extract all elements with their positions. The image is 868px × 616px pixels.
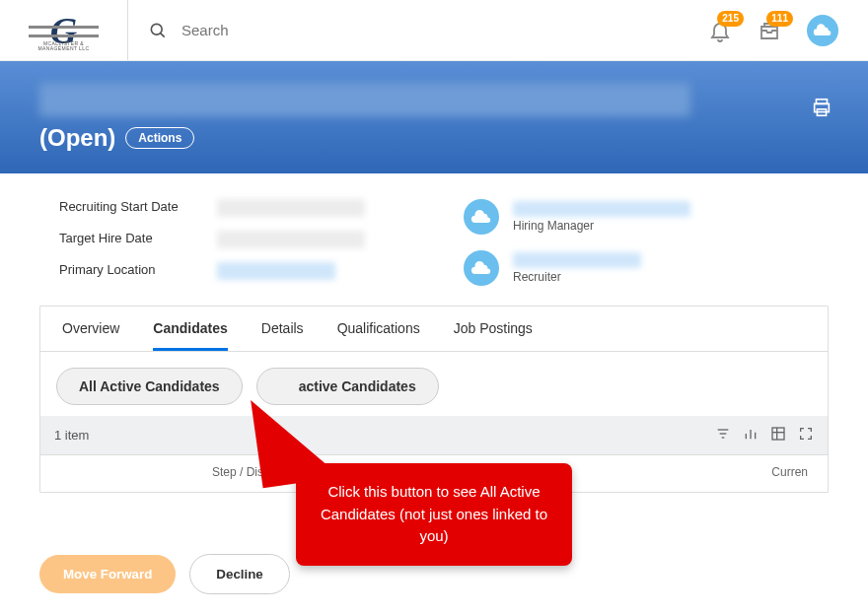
tab-qualifications[interactable]: Qualifications xyxy=(337,320,420,351)
summary-panel: Recruiting Start Date Target Hire Date P… xyxy=(0,173,868,306)
search-input[interactable] xyxy=(181,22,379,38)
person-role: Hiring Manager xyxy=(513,219,690,233)
search-icon xyxy=(148,21,168,40)
person-role: Recruiter xyxy=(513,270,641,284)
search-box[interactable] xyxy=(128,21,708,40)
actions-button[interactable]: Actions xyxy=(125,127,194,149)
filter-icon[interactable] xyxy=(715,426,731,445)
field-recruiting-start: Recruiting Start Date xyxy=(59,199,365,217)
topbar: G MCALLISTER & MANAGEMENT LLC 215 111 xyxy=(0,0,868,61)
field-value-redacted xyxy=(217,199,365,217)
filter-all-active-candidates[interactable]: All Active Candidates xyxy=(56,368,243,405)
recruiter-row: Recruiter xyxy=(464,250,690,286)
logo[interactable]: G MCALLISTER & MANAGEMENT LLC xyxy=(0,0,128,60)
topbar-right: 215 111 xyxy=(708,15,868,46)
svg-point-0 xyxy=(151,24,162,34)
move-forward-button[interactable]: Move Forward xyxy=(39,555,176,593)
notifications-badge: 215 xyxy=(717,11,744,27)
page-header: (Open) Actions xyxy=(0,61,868,173)
field-label: Primary Location xyxy=(59,262,197,277)
svg-rect-11 xyxy=(772,428,784,440)
item-count: 1 item xyxy=(54,428,89,443)
col-current: Curren xyxy=(771,465,808,482)
fullscreen-icon[interactable] xyxy=(798,426,814,445)
bottom-actions: Move Forward Decline xyxy=(39,554,290,594)
field-value-redacted xyxy=(217,262,335,280)
job-status: (Open) xyxy=(39,124,115,152)
grid-icon[interactable] xyxy=(770,426,786,445)
field-primary-location: Primary Location xyxy=(59,262,365,280)
page-title-redacted xyxy=(39,83,690,116)
inbox-badge: 111 xyxy=(766,11,793,27)
notifications-button[interactable]: 215 xyxy=(708,19,732,42)
inbox-button[interactable]: 111 xyxy=(758,19,781,42)
tab-details[interactable]: Details xyxy=(261,320,304,351)
svg-line-1 xyxy=(161,33,165,36)
filter-row: All Active Candidates active Candidates xyxy=(40,352,828,416)
person-name-redacted xyxy=(513,201,690,217)
field-label: Recruiting Start Date xyxy=(59,199,197,214)
print-icon[interactable] xyxy=(811,97,832,121)
callout-text: Click this button to see All Active Cand… xyxy=(321,483,547,544)
avatar[interactable] xyxy=(464,199,499,235)
logo-monogram: G MCALLISTER & MANAGEMENT LLC xyxy=(50,12,77,49)
field-target-hire: Target Hire Date xyxy=(59,231,365,248)
avatar[interactable] xyxy=(464,250,499,286)
tabs-row: Overview Candidates Details Qualificatio… xyxy=(40,307,828,352)
tab-overview[interactable]: Overview xyxy=(62,320,119,351)
table-toolbar: 1 item xyxy=(40,416,828,454)
profile-avatar[interactable] xyxy=(807,15,838,46)
tab-candidates[interactable]: Candidates xyxy=(153,320,227,351)
help-callout: Click this button to see All Active Cand… xyxy=(296,463,572,566)
field-label: Target Hire Date xyxy=(59,231,197,245)
person-name-redacted xyxy=(513,252,641,268)
tab-job-postings[interactable]: Job Postings xyxy=(454,320,533,351)
decline-button[interactable]: Decline xyxy=(189,554,289,594)
chart-icon[interactable] xyxy=(743,426,759,445)
field-value-redacted xyxy=(217,231,365,248)
hiring-manager-row: Hiring Manager xyxy=(464,199,690,235)
